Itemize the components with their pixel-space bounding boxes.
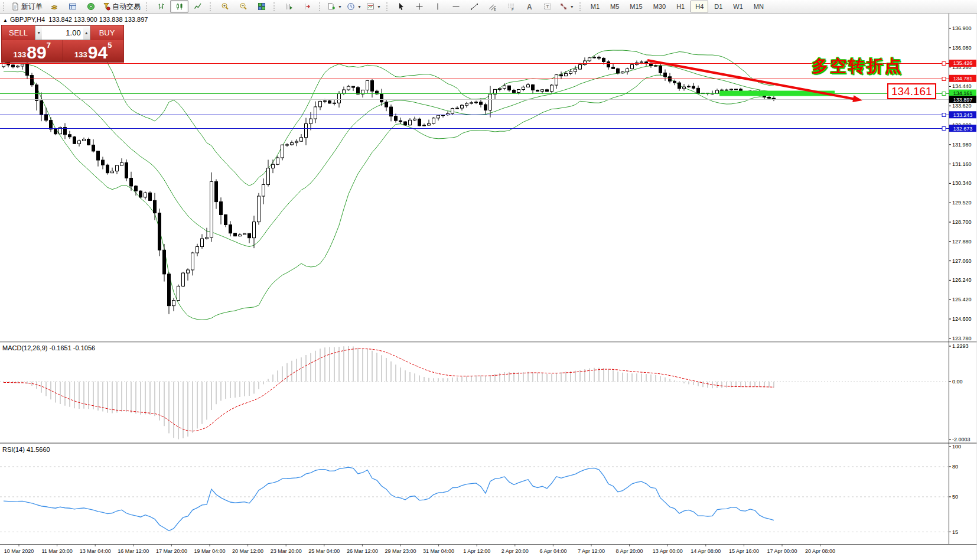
svg-text:14 Apr 08:00: 14 Apr 08:00 [691, 548, 721, 554]
toolbar-button-text-label[interactable]: T [539, 0, 557, 13]
dropdown-caret-icon[interactable]: ▼ [377, 5, 381, 9]
toolbar-button-trendline[interactable] [465, 0, 484, 13]
svg-text:131.980: 131.980 [952, 142, 972, 148]
price-tag-134.781: 134.781 [949, 75, 976, 82]
line-chart-icon [194, 2, 202, 11]
text-label-icon: T [543, 2, 552, 11]
toolbar-button-autotrading[interactable]: 自动交易 [100, 0, 143, 13]
navigator-icon [87, 2, 95, 11]
svg-text:A: A [527, 3, 532, 11]
toolbar-button-crosshair[interactable] [411, 0, 429, 13]
svg-text:133.243: 133.243 [953, 112, 973, 118]
svg-text:1.2293: 1.2293 [952, 343, 969, 349]
toolbar-button-vertical-line[interactable] [429, 0, 447, 13]
data-window-icon [69, 2, 77, 11]
toolbar-button-new-order[interactable]: 新订单 [9, 0, 45, 13]
svg-text:132.673: 132.673 [953, 126, 973, 132]
svg-text:13 Mar 04:00: 13 Mar 04:00 [80, 548, 111, 554]
new-order-icon [11, 2, 19, 11]
svg-text:1 Apr 12:00: 1 Apr 12:00 [463, 548, 490, 554]
dropdown-caret-icon[interactable]: ▼ [357, 5, 362, 9]
svg-text:2 Apr 20:00: 2 Apr 20:00 [501, 548, 529, 554]
toolbar-button-chart-shift[interactable] [298, 0, 316, 13]
volume-decrease-button[interactable]: ▼ [35, 26, 42, 40]
buy-price[interactable]: 133945 [63, 40, 124, 62]
autotrading-icon [102, 2, 110, 11]
volume-input[interactable] [42, 26, 83, 40]
svg-text:7 Apr 12:00: 7 Apr 12:00 [578, 548, 605, 554]
svg-text:17 Apr 00:00: 17 Apr 00:00 [767, 548, 797, 554]
toolbar-button-new-chart[interactable]: ▼ [325, 0, 344, 13]
dropdown-caret-icon[interactable]: ▼ [338, 5, 342, 9]
tile-windows-icon [258, 2, 266, 11]
cursor-icon [397, 2, 405, 11]
toolbar-button-equidistant-channel[interactable]: E [484, 0, 502, 13]
symbol-bar: ▲GBPJPY,H4 133.842 133.900 133.838 133.8… [3, 16, 148, 23]
svg-text:15: 15 [952, 529, 958, 535]
svg-text:133.897: 133.897 [953, 97, 973, 103]
toolbar-button-candlestick-chart[interactable] [170, 0, 188, 13]
svg-text:15 Apr 16:00: 15 Apr 16:00 [729, 548, 759, 554]
toolbar-button-arrows[interactable]: ▼ [557, 0, 577, 13]
timeframe-button-d1[interactable]: D1 [709, 1, 727, 12]
toolbar-button-horizontal-line[interactable] [447, 0, 465, 13]
svg-text:135.426: 135.426 [953, 60, 973, 66]
fibonacci-icon: F [507, 2, 515, 11]
toolbar-button-navigator[interactable] [82, 0, 100, 13]
timeframe-button-mn[interactable]: MN [749, 1, 768, 12]
toolbar-button-text[interactable]: A [520, 0, 539, 13]
toolbar-group-grip [386, 2, 390, 11]
svg-text:T: T [546, 4, 549, 9]
toolbar-button-auto-scroll[interactable] [279, 0, 298, 13]
svg-text:8 Apr 20:00: 8 Apr 20:00 [616, 548, 643, 554]
svg-text:136.900: 136.900 [952, 25, 972, 31]
svg-text:123.780: 123.780 [952, 336, 972, 341]
timeframe-button-m5[interactable]: M5 [605, 1, 624, 12]
timeframe-button-m15[interactable]: M15 [625, 1, 647, 12]
toolbar-group-grip [273, 2, 277, 11]
toolbar-button-zoom-in[interactable] [216, 0, 234, 13]
price-tag-134.161: 134.161 [949, 90, 976, 97]
toolbar-group-grip [210, 2, 213, 11]
svg-text:10 Mar 2020: 10 Mar 2020 [4, 548, 34, 554]
svg-text:11 Mar 20:00: 11 Mar 20:00 [41, 548, 72, 554]
svg-text:134.161: 134.161 [953, 90, 973, 96]
svg-text:134.440: 134.440 [952, 83, 972, 89]
zoom-in-icon [221, 2, 229, 11]
toolbar-button-tile-windows[interactable] [252, 0, 271, 13]
sell-button[interactable]: SELL [2, 25, 35, 40]
svg-text:29 Mar 23:00: 29 Mar 23:00 [385, 548, 416, 554]
volume-increase-button[interactable]: ▲ [83, 26, 90, 40]
candlestick-icon [175, 2, 184, 11]
toolbar-button-data-window[interactable] [63, 0, 82, 13]
mt4-window: 新订单自动交易▼▼▼EFAT▼M1M5M15M30H1H4D1W1MN 136.… [0, 0, 977, 560]
toolbar-button-bar-chart[interactable] [152, 0, 170, 13]
toolbar-button-zoom-out[interactable] [234, 0, 252, 13]
annotation-turning-point-text[interactable]: 多空转折点 [812, 55, 903, 77]
svg-text:E: E [494, 8, 496, 11]
price-tag-132.673: 132.673 [949, 125, 976, 132]
toolbar-button-cursor[interactable] [392, 0, 411, 13]
timeframe-button-h4[interactable]: H4 [691, 1, 708, 12]
dropdown-caret-icon[interactable]: ▼ [570, 5, 574, 9]
svg-text:128.700: 128.700 [952, 219, 972, 225]
timeframe-button-h1[interactable]: H1 [672, 1, 689, 12]
annotation-price-box[interactable]: 134.161 [887, 83, 936, 99]
toolbar-group-grip [146, 2, 149, 11]
timeframe-button-m1[interactable]: M1 [586, 1, 604, 12]
toolbar-button-templates[interactable]: ▼ [364, 0, 383, 13]
toolbar-button-market-watch[interactable] [45, 0, 63, 13]
toolbar-button-periods[interactable]: ▼ [344, 0, 364, 13]
buy-button[interactable]: BUY [90, 25, 123, 40]
toolbar-button-fibonacci[interactable]: F [502, 0, 520, 13]
toolbar-button-line-chart[interactable] [188, 0, 207, 13]
svg-text:6 Apr 04:00: 6 Apr 04:00 [539, 548, 566, 554]
ohlc-values: 133.842 133.900 133.838 133.897 [48, 16, 148, 23]
svg-text:F: F [512, 8, 514, 11]
timeframe-button-m30[interactable]: M30 [649, 1, 670, 12]
timeframe-button-w1[interactable]: W1 [728, 1, 748, 12]
svg-text:130.340: 130.340 [952, 180, 972, 186]
sell-price[interactable]: 133897 [2, 40, 63, 62]
zoom-out-icon [239, 2, 247, 11]
collapse-panel-icon[interactable]: ▲ [3, 18, 8, 23]
